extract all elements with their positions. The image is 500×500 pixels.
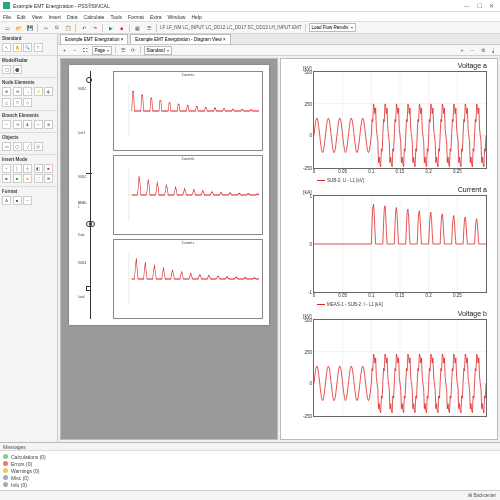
tool-hand-icon[interactable]: ✋ [13,43,22,52]
format-icon[interactable]: ─ [23,196,32,205]
legend: MEAS-1 - SUB-2: I - L1 [kA] [317,302,383,307]
insert-icon[interactable]: ◧ [34,164,43,173]
tool-pointer-icon[interactable]: ↖ [2,43,11,52]
msg-errors[interactable]: Errors (0) [3,460,497,467]
node-el-icon[interactable]: ⏚ [23,87,32,96]
zoomin-icon[interactable]: + [60,46,69,55]
refresh-icon[interactable]: ⟳ [129,46,138,55]
doc-chart-b[interactable]: Current b [113,155,263,235]
tab-diagram[interactable]: Example EMT Energization - Diagram View … [130,34,230,44]
format-icon[interactable]: A [2,196,11,205]
chart-zoomin-icon[interactable]: + [458,46,467,55]
redo-icon[interactable]: ↷ [90,23,99,32]
node-el-icon[interactable]: ◇ [23,98,32,107]
menu-help[interactable]: Help [191,14,201,20]
undo-icon[interactable]: ↶ [79,23,88,32]
close-button[interactable]: ✕ [485,1,497,11]
rchart-body: 1 0 -1 0 0.05 0.1 0.15 0.2 0.25 [313,195,487,293]
chart-zoomout-icon[interactable]: − [468,46,477,55]
object-icon[interactable]: ◯ [13,142,22,151]
mode-item[interactable]: ◯ [2,65,11,74]
new-icon[interactable]: ▭ [3,23,12,32]
msg-info[interactable]: Info (0) [3,481,497,488]
object-icon[interactable]: ▭ [2,142,11,151]
layer-icon[interactable]: ☰ [118,46,127,55]
info-icon [3,482,8,487]
branch-el-icon[interactable]: ⌁ [34,120,43,129]
insert-icon[interactable]: ■ [2,174,11,183]
object-icon[interactable]: ╱ [23,142,32,151]
msg-calculations[interactable]: Calculations (0) [3,453,497,460]
object-icon[interactable]: Ⓐ [34,142,43,151]
tab-network[interactable]: Example EMT Energization × [60,34,128,44]
chart-config-icon[interactable]: ⚙ [479,46,488,55]
single-line-diagram: SUB-1 Line 1 SUB-2 MEAS-1 Trafo SUB-3 Lo… [75,71,113,319]
menu-view[interactable]: View [32,14,43,20]
branch-el-icon[interactable]: ─ [2,120,11,129]
menu-extra[interactable]: Extra [150,14,162,20]
app-window: Example EMT Energization - PSS®SINCAL — … [0,0,500,500]
menu-edit[interactable]: Edit [17,14,26,20]
node-el-icon[interactable]: △ [2,98,11,107]
app-icon [3,2,10,9]
legend: SUB-2: U - L1 [kV] [317,178,364,183]
menu-data[interactable]: Data [67,14,78,20]
messages-body: Calculations (0) Errors (0) Warnings (0)… [0,451,500,490]
paste-icon[interactable]: 📋 [63,23,72,32]
stop-icon[interactable]: ■ [117,23,126,32]
layers-icon[interactable]: ☰ [144,23,153,32]
insert-icon[interactable]: ■ [23,174,32,183]
insert-icon[interactable]: • [2,164,11,173]
mode-dropdown[interactable]: Standard [144,46,172,55]
doc-chart-c[interactable]: Current c [113,239,263,319]
tool-zoom-icon[interactable]: 🔍 [23,43,32,52]
cut-icon[interactable]: ✂ [41,23,50,32]
menu-window[interactable]: Window [168,14,186,20]
menu-tools[interactable]: Tools [110,14,122,20]
insert-icon[interactable]: ■ [44,164,53,173]
open-icon[interactable]: 📂 [14,23,23,32]
diagram-pane[interactable]: Voltage a [kV] 500 250 0 -250 0 0.05 0.1… [280,58,498,440]
copy-icon[interactable]: ⧉ [52,23,61,32]
node-el-icon[interactable]: ⚡ [34,87,43,96]
fit-icon[interactable]: ⛶ [81,46,90,55]
maximize-button[interactable]: ☐ [473,1,485,11]
insert-icon[interactable]: ■ [13,174,22,183]
doc-chart-a[interactable]: Current a [113,71,263,151]
menu-file[interactable]: File [3,14,11,20]
sb-nodeel: Node Elements ⊕ ⊖ ⏚ ⚡ ◐ △ ▽ ◇ [0,77,57,110]
msg-misc[interactable]: Misc (0) [3,474,497,481]
node-el-icon[interactable]: ⊖ [13,87,22,96]
menu-insert[interactable]: Insert [48,14,61,20]
msg-warnings[interactable]: Warnings (0) [3,467,497,474]
branch-el-icon[interactable]: ≋ [13,120,22,129]
insert-icon[interactable]: ⬚ [34,174,43,183]
format-icon[interactable]: ■ [13,196,22,205]
menu-format[interactable]: Format [128,14,144,20]
warning-icon [3,468,8,473]
chart-export-icon[interactable]: ⭳ [489,46,498,55]
grid-icon[interactable]: ▦ [133,23,142,32]
insert-icon[interactable]: ⊞ [44,174,53,183]
branch-el-icon[interactable]: ⧗ [23,120,32,129]
node-el-icon[interactable]: ◐ [44,87,53,96]
tool-text-icon[interactable]: T [34,43,43,52]
rchart-current-a[interactable]: Current a [kA] 1 0 -1 0 0.05 0.1 0.15 0.… [289,187,489,309]
results-dropdown[interactable]: Load Flow Results [309,23,356,32]
status-right[interactable]: ⊞ Backcenter [468,493,496,498]
rchart-voltage-b[interactable]: Voltage b [kV] 500 250 0 -250 [289,311,489,433]
network-pane[interactable]: SUB-1 Line 1 SUB-2 MEAS-1 Trafo SUB-3 Lo… [60,58,278,440]
node-el-icon[interactable]: ⊕ [2,87,11,96]
insert-icon[interactable]: │ [13,164,22,173]
rchart-voltage-a[interactable]: Voltage a [kV] 500 250 0 -250 0 0.05 0.1… [289,63,489,185]
node-el-icon[interactable]: ▽ [13,98,22,107]
minimize-button[interactable]: — [461,1,473,11]
run-icon[interactable]: ▶ [106,23,115,32]
save-icon[interactable]: 💾 [25,23,34,32]
zoomout-icon[interactable]: − [71,46,80,55]
branch-el-icon[interactable]: ⊗ [44,120,53,129]
insert-icon[interactable]: ┼ [23,164,32,173]
page-dropdown[interactable]: Page [92,46,113,55]
mode-item[interactable]: ⬤ [13,65,22,74]
menu-calculate[interactable]: Calculate [84,14,105,20]
